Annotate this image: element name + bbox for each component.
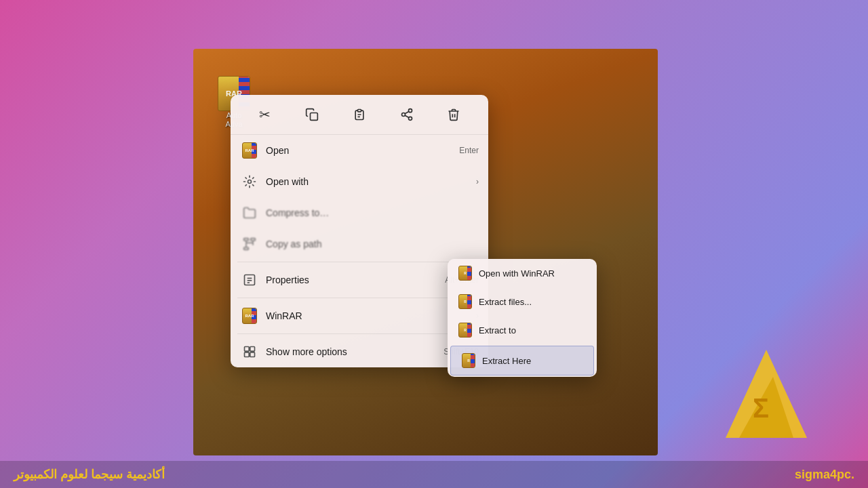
paste-button[interactable] [347,102,372,127]
show-more-label: Show more options [266,346,438,357]
properties-icon [240,270,259,289]
show-more-icon [240,342,259,361]
submenu-extract-to[interactable]: R Extract to [448,316,597,344]
divider-3 [237,333,481,334]
winrar-label: WinRAR [266,310,473,321]
svg-point-9 [248,180,252,184]
submenu-winrar-icon-1: R [457,265,473,281]
submenu-extract-here[interactable]: R Extract Here [450,346,594,375]
winrar-menu-icon: RAR [240,306,259,325]
open-icon: RAR [240,141,259,160]
submenu-winrar-icon-4: R [460,352,477,369]
submenu-winrar-icon-2: R [457,293,473,310]
copy-path-icon [240,235,259,253]
svg-rect-11 [251,239,256,241]
svg-rect-1 [357,110,361,112]
compress-icon [240,203,259,222]
menu-item-open-with[interactable]: Open with › [231,166,488,197]
svg-point-4 [408,109,412,113]
open-with-label: Open with [266,176,473,187]
menu-item-copy-path[interactable]: Copy as path [231,228,488,260]
share-button[interactable] [394,102,420,127]
svg-rect-22 [250,347,255,352]
divider-2 [237,298,481,298]
svg-rect-21 [245,347,250,352]
open-label: Open [266,145,454,156]
open-with-icon [240,172,259,191]
svg-line-7 [405,115,409,117]
open-with-arrow: › [476,177,479,186]
properties-label: Properties [266,274,439,285]
submenu-extract-here-label: Extract Here [482,356,531,366]
svg-rect-24 [250,352,255,357]
copy-button[interactable] [299,102,325,127]
svg-rect-23 [245,352,250,357]
menu-item-open[interactable]: RAR Open Enter [231,135,488,166]
open-shortcut: Enter [459,146,479,155]
winrar-submenu: R Open with WinRAR R Extract files... R [448,259,597,377]
sigma-logo: Σ [678,339,868,461]
compress-label: Compress to… [266,207,479,218]
submenu-extract-files[interactable]: R Extract files... [448,287,597,316]
screen-frame: RAR Auto Adva ✂ [193,49,658,455]
svg-line-8 [405,111,409,113]
submenu-extract-to-label: Extract to [479,325,516,336]
svg-rect-0 [311,113,318,121]
menu-item-compress[interactable]: Compress to… [231,197,488,228]
svg-point-5 [401,113,405,117]
submenu-open-winrar[interactable]: R Open with WinRAR [448,259,597,287]
svg-point-6 [408,117,412,120]
submenu-extract-files-label: Extract files... [479,297,532,307]
delete-button[interactable] [441,102,467,127]
watermark-arabic: أكاديمية سيجما لعلوم الكمبيوتر [14,467,165,482]
submenu-winrar-icon-3: R [457,322,473,338]
cut-button[interactable]: ✂ [252,102,278,127]
submenu-open-winrar-label: Open with WinRAR [479,268,555,279]
svg-rect-12 [244,247,249,249]
watermark-english: sigma4pc. [795,468,854,482]
menu-icon-bar: ✂ [231,95,488,135]
divider-1 [237,262,481,262]
svg-text:Σ: Σ [753,393,769,423]
bottom-watermark-bar: أكاديمية سيجما لعلوم الكمبيوتر sigma4pc. [0,461,868,488]
copy-path-label: Copy as path [266,239,479,249]
svg-rect-10 [244,239,249,241]
